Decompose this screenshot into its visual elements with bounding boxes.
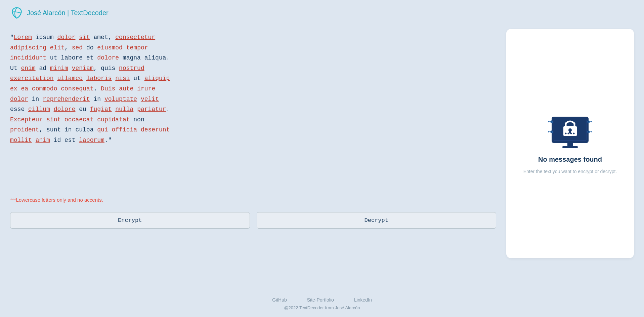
right-panel: No messages found Enter the text you wan… [506, 29, 634, 258]
header: José Alarcón | TextDecoder [0, 0, 644, 26]
svg-point-7 [570, 132, 572, 134]
word-tempor: tempor [126, 44, 148, 51]
word-ex: ex [10, 85, 17, 92]
word-cupidatat: cupidatat [97, 116, 130, 123]
word-fugiat: fugiat [90, 106, 112, 113]
word-proident: proident [10, 126, 39, 133]
word-adipiscing: adipiscing [10, 44, 46, 51]
word-nostrud: nostrud [119, 65, 144, 72]
word-lorem: Lorem [14, 34, 32, 41]
word-deserunt: deserunt [141, 126, 170, 133]
word-incididunt: incididunt [10, 54, 46, 61]
word-laborum: laborum [79, 137, 104, 144]
word-sint: sint [46, 116, 61, 123]
footer-linkedin-link[interactable]: LinkedIn [354, 297, 372, 303]
word-sit: sit [79, 34, 90, 41]
no-messages-title: No messages found [538, 156, 602, 163]
word-voluptate: voluptate [104, 96, 137, 103]
word-cillum: cillum [28, 106, 50, 113]
svg-point-5 [565, 132, 567, 134]
footer: GitHub Site-Portfolio LinkedIn @2022 Tex… [0, 292, 644, 317]
word-eiusmod: eiusmod [97, 44, 123, 51]
word-qui: qui [97, 126, 108, 133]
word-commodo: commodo [32, 85, 57, 92]
word-minim: minim [50, 65, 68, 72]
word-duis: Duis [101, 85, 115, 92]
svg-rect-22 [562, 146, 578, 148]
decrypt-button[interactable]: Decrypt [257, 212, 497, 229]
word-sed: sed [72, 44, 83, 51]
word-consectetur: consectetur [115, 34, 155, 41]
word-ea: ea [21, 85, 28, 92]
word-dolore2: dolore [54, 106, 76, 113]
header-title: José Alarcón | TextDecoder [27, 9, 109, 17]
word-elit: elit [50, 44, 65, 51]
svg-point-20 [591, 131, 592, 132]
footer-copyright: @2022 TextDecoder from José Alarcón [0, 305, 644, 310]
word-occaecat: occaecat [65, 116, 93, 123]
word-dolore1: dolore [97, 54, 119, 61]
word-nulla: nulla [115, 106, 133, 113]
word-mollit: mollit [10, 137, 32, 144]
word-nisi: nisi [115, 75, 130, 82]
word-irure: irure [137, 85, 155, 92]
main-layout: "Lorem ipsum dolor sit amet, consectetur… [0, 26, 644, 292]
word-exercitation: exercitation [10, 75, 54, 82]
encryption-icon [548, 113, 592, 150]
left-panel: "Lorem ipsum dolor sit amet, consectetur… [10, 26, 496, 285]
svg-point-11 [548, 121, 549, 122]
logo-icon [10, 6, 24, 19]
buttons-row: Encrypt Decrypt [10, 212, 496, 229]
word-consequat: consequat [61, 85, 93, 92]
footer-portfolio-link[interactable]: Site-Portfolio [307, 297, 334, 303]
word-laboris: laboris [86, 75, 112, 82]
no-messages-subtitle: Enter the text you want to encrypt or de… [523, 169, 617, 174]
word-aliquip: aliquip [144, 75, 170, 82]
svg-point-14 [591, 121, 592, 122]
svg-point-17 [548, 131, 549, 132]
word-dolor2: dolor [10, 96, 28, 103]
svg-point-6 [568, 132, 569, 134]
footer-links: GitHub Site-Portfolio LinkedIn [0, 297, 644, 303]
word-aliqua: aliqua [144, 54, 166, 61]
word-anim: anim [36, 137, 50, 144]
footer-github-link[interactable]: GitHub [272, 297, 287, 303]
word-velit: velit [141, 96, 159, 103]
word-ullamco: ullamco [57, 75, 83, 82]
encrypt-button[interactable]: Encrypt [10, 212, 250, 229]
word-officia: officia [112, 126, 137, 133]
word-enim: enim [21, 65, 35, 72]
word-pariatur: pariatur [137, 106, 166, 113]
word-excepteur: Excepteur [10, 116, 43, 123]
word-reprehenderit: reprehenderit [43, 96, 90, 103]
text-display[interactable]: "Lorem ipsum dolor sit amet, consectetur… [10, 29, 496, 190]
word-veniam: veniam [72, 65, 94, 72]
svg-point-8 [573, 132, 575, 134]
warning-text: ***Lowercase letters only and no accents… [10, 197, 496, 203]
word-aute: aute [119, 85, 133, 92]
word-dolor: dolor [57, 34, 75, 41]
svg-rect-21 [567, 143, 573, 146]
